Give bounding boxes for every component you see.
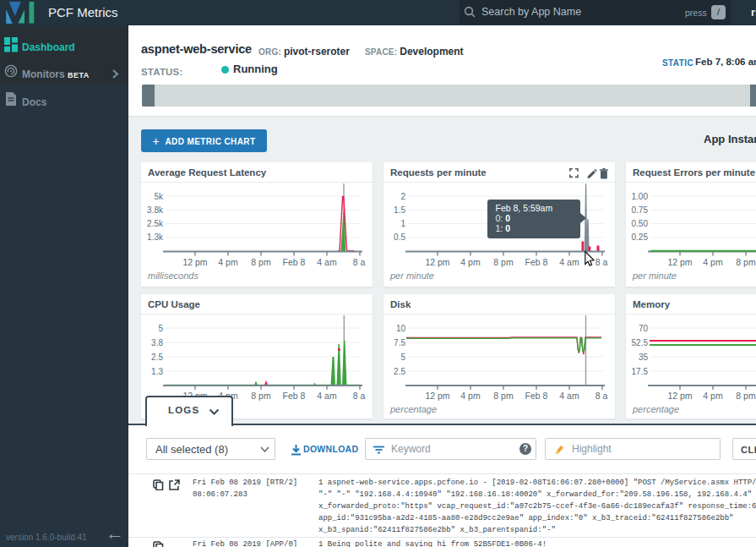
svg-text:3.8: 3.8 [151,338,163,347]
svg-text:2: 2 [400,192,405,201]
svg-text:8 a: 8 a [596,257,608,267]
svg-text:Feb 8: Feb 8 [283,391,306,401]
svg-text:4 pm: 4 pm [460,391,481,401]
svg-text:4 am: 4 am [317,391,337,401]
svg-text:3.8k: 3.8k [147,205,164,215]
svg-text:per minute: per minute [632,271,677,281]
svg-text:4 am: 4 am [559,257,579,267]
svg-text:5: 5 [158,324,163,333]
svg-text:8 pm: 8 pm [251,257,271,267]
svg-text:12 pm: 12 pm [182,257,207,267]
svg-text:Feb 8: Feb 8 [525,391,548,401]
svg-text:8 a: 8 a [596,391,608,401]
svg-text:5k: 5k [154,192,164,201]
svg-text:5: 5 [400,353,405,362]
svg-text:4 pm: 4 pm [703,257,723,267]
svg-text:2.5: 2.5 [394,367,405,376]
svg-text:7.5: 7.5 [394,338,405,347]
svg-text:4 am: 4 am [317,257,337,267]
svg-text:percentage: percentage [632,404,679,414]
svg-text:1: 1 [400,219,405,228]
svg-text:12 pm: 12 pm [667,391,692,401]
svg-text:10: 10 [396,324,406,333]
svg-text:8 pm: 8 pm [493,391,514,401]
svg-text:8 a: 8 a [353,257,366,267]
svg-text:Feb 8: Feb 8 [525,257,548,267]
svg-text:4 pm: 4 pm [460,257,481,267]
svg-text:12 pm: 12 pm [425,391,449,401]
svg-text:1.3: 1.3 [151,367,163,376]
svg-text:percentage: percentage [389,404,437,414]
svg-text:17.5: 17.5 [632,367,649,376]
svg-text:4 pm: 4 pm [703,391,723,401]
svg-text:8 pm: 8 pm [251,391,271,401]
svg-text:8 pm: 8 pm [736,257,756,267]
svg-text:12 pm: 12 pm [667,257,692,267]
svg-text:8 a: 8 a [353,391,366,401]
svg-text:8 pm: 8 pm [493,257,514,267]
svg-text:Feb 8: Feb 8 [283,257,306,267]
svg-text:12 pm: 12 pm [425,257,449,267]
svg-text:2.5: 2.5 [151,353,163,362]
svg-text:per minute: per minute [389,271,434,281]
svg-text:4 am: 4 am [559,391,579,401]
svg-text:1.3k: 1.3k [147,232,164,242]
svg-text:0.25: 0.25 [632,232,649,242]
svg-text:0.50: 0.50 [632,219,649,228]
svg-text:52.5: 52.5 [632,338,649,347]
svg-text:1.00: 1.00 [632,192,649,201]
svg-text:1.5: 1.5 [394,205,405,215]
svg-text:4 pm: 4 pm [218,257,238,267]
svg-text:milliseconds: milliseconds [148,271,199,281]
svg-text:2.5k: 2.5k [147,219,164,228]
svg-text:0.75: 0.75 [632,205,649,215]
svg-text:70: 70 [639,324,649,333]
svg-text:8 pm: 8 pm [736,391,756,401]
svg-text:0.5: 0.5 [394,232,405,242]
svg-text:35: 35 [639,353,649,362]
